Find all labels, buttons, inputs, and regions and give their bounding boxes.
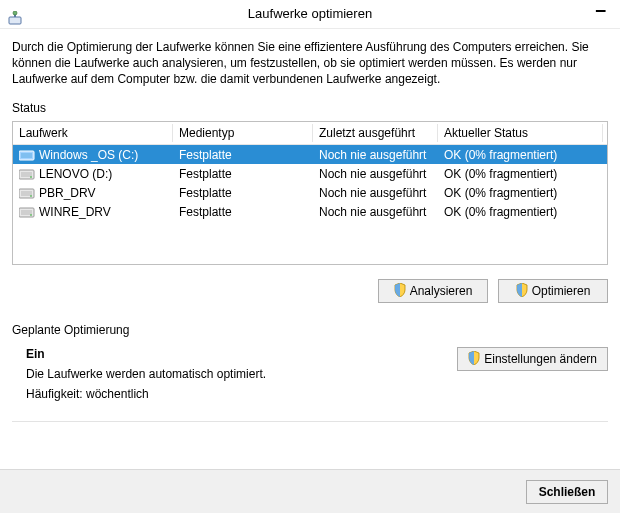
drive-media-cell: Festplatte xyxy=(173,166,313,182)
close-label: Schließen xyxy=(539,485,596,499)
drive-media-cell: Festplatte xyxy=(173,147,313,163)
change-settings-button[interactable]: Einstellungen ändern xyxy=(457,347,608,371)
scheduled-frequency: Häufigkeit: wöchentlich xyxy=(26,387,457,401)
drive-last-cell: Noch nie ausgeführt xyxy=(313,166,438,182)
col-media-header[interactable]: Medientyp xyxy=(173,124,313,142)
drive-status-cell: OK (0% fragmentiert) xyxy=(438,204,603,220)
divider xyxy=(12,421,608,422)
optimize-button[interactable]: Optimieren xyxy=(498,279,608,303)
scheduled-state: Ein xyxy=(26,347,457,361)
drive-status-cell: OK (0% fragmentiert) xyxy=(438,166,603,182)
drive-name: PBR_DRV xyxy=(39,186,95,200)
drive-name-cell: Windows _OS (C:) xyxy=(13,147,173,163)
status-label: Status xyxy=(12,101,608,115)
drive-last-cell: Noch nie ausgeführt xyxy=(313,185,438,201)
window-title: Laufwerke optimieren xyxy=(0,0,620,28)
drive-row[interactable]: LENOVO (D:)FestplatteNoch nie ausgeführt… xyxy=(13,164,607,183)
drive-row[interactable]: Windows _OS (C:)FestplatteNoch nie ausge… xyxy=(13,145,607,164)
col-drive-header[interactable]: Laufwerk xyxy=(13,124,173,142)
close-button[interactable]: Schließen xyxy=(526,480,608,504)
change-settings-label: Einstellungen ändern xyxy=(484,352,597,366)
title-bar: Laufwerke optimieren ‒ xyxy=(0,0,620,29)
drive-media-cell: Festplatte xyxy=(173,204,313,220)
minimize-button[interactable]: ‒ xyxy=(588,0,612,28)
shield-icon xyxy=(394,283,406,300)
svg-point-10 xyxy=(30,195,32,197)
scheduled-header: Geplante Optimierung xyxy=(12,323,608,337)
drive-icon xyxy=(19,168,35,180)
svg-point-7 xyxy=(30,176,32,178)
drive-media-cell: Festplatte xyxy=(173,185,313,201)
scheduled-optimization-section: Geplante Optimierung Ein Die Laufwerke w… xyxy=(12,323,608,407)
drive-row[interactable]: WINRE_DRVFestplatteNoch nie ausgeführtOK… xyxy=(13,202,607,221)
drive-status-cell: OK (0% fragmentiert) xyxy=(438,185,603,201)
drive-name: Windows _OS (C:) xyxy=(39,148,138,162)
drive-row[interactable]: PBR_DRVFestplatteNoch nie ausgeführtOK (… xyxy=(13,183,607,202)
col-status-header[interactable]: Aktueller Status xyxy=(438,124,603,142)
drive-last-cell: Noch nie ausgeführt xyxy=(313,204,438,220)
shield-icon xyxy=(516,283,528,300)
drive-name-cell: LENOVO (D:) xyxy=(13,166,173,182)
col-last-header[interactable]: Zuletzt ausgeführt xyxy=(313,124,438,142)
column-headers: Laufwerk Medientyp Zuletzt ausgeführt Ak… xyxy=(13,122,607,145)
drive-status-cell: OK (0% fragmentiert) xyxy=(438,147,603,163)
drive-name: LENOVO (D:) xyxy=(39,167,112,181)
app-icon xyxy=(8,7,24,35)
drive-last-cell: Noch nie ausgeführt xyxy=(313,147,438,163)
optimize-label: Optimieren xyxy=(532,284,591,298)
svg-rect-4 xyxy=(21,153,32,158)
drive-name-cell: WINRE_DRV xyxy=(13,204,173,220)
footer-bar: Schließen xyxy=(0,469,620,513)
analyze-label: Analysieren xyxy=(410,284,473,298)
drive-icon xyxy=(19,187,35,199)
drive-name-cell: PBR_DRV xyxy=(13,185,173,201)
shield-icon xyxy=(468,351,480,368)
intro-text: Durch die Optimierung der Laufwerke könn… xyxy=(12,39,608,87)
svg-rect-0 xyxy=(9,17,21,24)
drive-name: WINRE_DRV xyxy=(39,205,111,219)
svg-point-2 xyxy=(13,11,17,15)
analyze-button[interactable]: Analysieren xyxy=(378,279,488,303)
scheduled-auto-text: Die Laufwerke werden automatisch optimie… xyxy=(26,367,457,381)
drive-icon xyxy=(19,149,35,161)
svg-point-13 xyxy=(30,214,32,216)
drive-icon xyxy=(19,206,35,218)
drive-list: Laufwerk Medientyp Zuletzt ausgeführt Ak… xyxy=(12,121,608,265)
